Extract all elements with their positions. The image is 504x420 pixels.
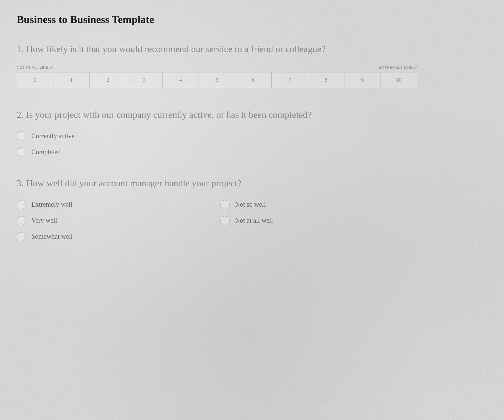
- radio-label-not-so-well: Not so well: [235, 201, 266, 208]
- nps-cell-4[interactable]: 4: [163, 72, 199, 88]
- question-3-text: 3. How well did your account manager han…: [17, 177, 417, 190]
- radio-completed[interactable]: Completed: [17, 147, 417, 157]
- question-2-block: 2. Is your project with our company curr…: [17, 108, 417, 157]
- nps-cell-1[interactable]: 1: [53, 72, 90, 88]
- question-2-text: 2. Is your project with our company curr…: [17, 108, 417, 121]
- question-3-block: 3. How well did your account manager han…: [17, 177, 417, 241]
- radio-label-completed: Completed: [31, 148, 61, 156]
- question-3-left-column: Extremely well Very well Somewhat well: [17, 200, 214, 241]
- radio-extremely-well[interactable]: Extremely well: [17, 200, 214, 209]
- radio-somewhat-well[interactable]: Somewhat well: [17, 232, 214, 241]
- nps-scale: 0 1 2 3 4 5 6 7 8 9 10: [17, 72, 417, 88]
- nps-cell-6[interactable]: 6: [235, 72, 272, 88]
- radio-label-very-well: Very well: [31, 217, 57, 224]
- radio-currently-active[interactable]: Currently active: [17, 131, 417, 141]
- question-1-text: 1. How likely is it that you would recom…: [17, 42, 417, 55]
- radio-circle-currently-active[interactable]: [17, 131, 26, 141]
- radio-label-extremely-well: Extremely well: [31, 201, 72, 208]
- page-content: Business to Business Template 1. How lik…: [17, 13, 417, 241]
- nps-cell-0[interactable]: 0: [17, 72, 53, 88]
- nps-cell-9[interactable]: 9: [344, 72, 381, 88]
- radio-label-currently-active: Currently active: [31, 132, 74, 140]
- scale-left-label: NOT AT ALL LIKELY: [17, 65, 53, 69]
- radio-circle-extremely-well[interactable]: [17, 200, 26, 209]
- question-3-right-column: Not so well Not at all well: [220, 200, 417, 241]
- scale-right-label: EXTREMELY LIKELY: [379, 65, 417, 69]
- scale-labels: NOT AT ALL LIKELY EXTREMELY LIKELY: [17, 65, 417, 69]
- radio-circle-completed[interactable]: [17, 147, 26, 157]
- nps-cell-8[interactable]: 8: [308, 72, 344, 88]
- question-2-options: Currently active Completed: [17, 131, 417, 157]
- radio-not-so-well[interactable]: Not so well: [220, 200, 417, 209]
- nps-cell-3[interactable]: 3: [126, 72, 163, 88]
- nps-cell-7[interactable]: 7: [272, 72, 308, 88]
- radio-label-not-at-all-well: Not at all well: [235, 217, 273, 224]
- radio-label-somewhat-well: Somewhat well: [31, 233, 73, 240]
- nps-cell-5[interactable]: 5: [199, 72, 235, 88]
- page-title: Business to Business Template: [17, 13, 417, 26]
- radio-circle-not-at-all-well[interactable]: [220, 216, 230, 225]
- radio-very-well[interactable]: Very well: [17, 216, 214, 225]
- radio-circle-somewhat-well[interactable]: [17, 232, 26, 241]
- nps-cell-2[interactable]: 2: [90, 72, 126, 88]
- radio-not-at-all-well[interactable]: Not at all well: [220, 216, 417, 225]
- question-1-block: 1. How likely is it that you would recom…: [17, 42, 417, 88]
- radio-circle-very-well[interactable]: [17, 216, 26, 225]
- question-3-options: Extremely well Very well Somewhat well N…: [17, 200, 417, 241]
- nps-cell-10[interactable]: 10: [381, 72, 417, 88]
- radio-circle-not-so-well[interactable]: [220, 200, 230, 209]
